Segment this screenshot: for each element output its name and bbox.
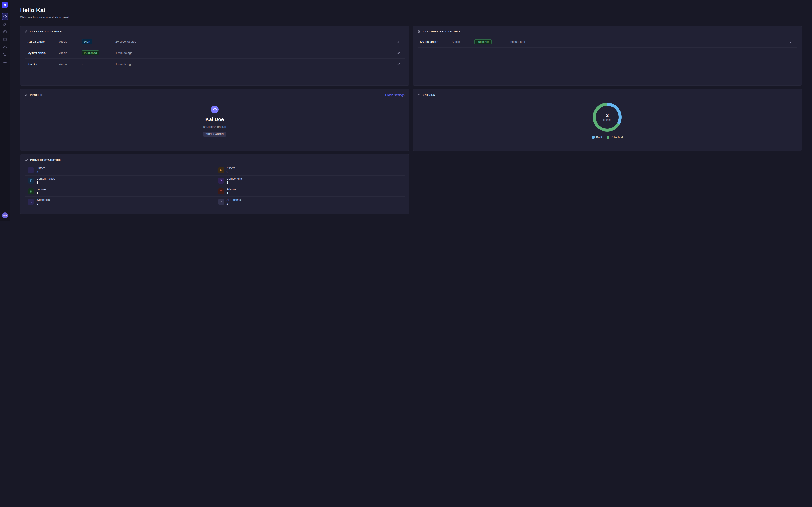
status-badge: Published [82,51,99,55]
profile-card: PROFILE Profile settings KD Kai Doe kai.… [20,89,409,151]
sidebar-item-media-library[interactable] [2,29,8,35]
sidebar-item-content-type-builder[interactable] [2,36,8,43]
hub-icon [28,199,34,205]
stat-value: 6 [37,181,55,184]
globe-icon [28,188,34,194]
stat-label: Webhooks [37,198,50,202]
home-icon [3,15,7,18]
image-icon [3,30,7,34]
legend-item-draft: Draft [592,136,602,139]
cloud-icon [3,45,7,49]
profile-body: KD Kai Doe kai.doe@strapi.io SUPER ADMIN [25,100,405,136]
puzzle-icon [218,178,224,184]
entry-name: My first article [28,51,59,55]
trending-up-icon [25,158,28,162]
sidebar-divider [2,10,8,10]
entry-name: My first article [420,40,452,44]
pencil-icon [25,30,28,33]
key-icon [218,199,224,205]
project-statistics-header: PROJECT STATISTICS [25,158,405,162]
table-row[interactable]: A draft article Article Draft 20 seconds… [25,36,405,47]
table-row[interactable]: Kai Doe Author - 1 minute ago [25,59,405,70]
strapi-logo[interactable] [2,2,8,8]
card-title: PROFILE [30,94,42,97]
entries-legend: Draft Published [592,136,623,139]
entry-time: 1 minute ago [115,62,396,66]
project-statistics-card: PROJECT STATISTICS Entries 3 [20,154,409,214]
stat-label: API Tokens [227,198,241,202]
user-avatar[interactable]: KD [2,213,8,218]
card-title: LAST EDITED ENTRIES [30,30,62,33]
stat-webhooks: Webhooks 0 [25,197,215,207]
profile-settings-link[interactable]: Profile settings [385,93,404,97]
published-swatch [607,136,609,138]
profile-avatar: KD [211,106,218,113]
entries-caption: entries [603,118,611,121]
sidebar-item-settings[interactable] [2,59,8,66]
pencil-icon [397,40,400,43]
last-published-table: My first article Article Published 1 min… [417,36,797,48]
card-title: PROJECT STATISTICS [30,159,61,161]
last-published-card: LAST PUBLISHED ENTRIES My first article … [413,26,802,86]
pencil-icon [397,63,400,66]
sidebar-item-content-manager[interactable] [2,21,8,27]
main-content: Hello Kai Welcome to your administration… [10,0,812,221]
sidebar-nav [2,13,8,66]
check-circle-icon [417,30,421,33]
legend-label: Draft [596,136,602,139]
box-icon [28,167,34,173]
dashboard-grid: LAST EDITED ENTRIES A draft article Arti… [20,26,802,214]
entry-name: Kai Doe [28,62,59,66]
entries-header: ENTRIES [417,93,797,97]
pen-tool-icon [3,22,7,26]
legend-item-published: Published [607,136,623,139]
gear-icon [3,61,7,64]
stat-label: Admins [227,188,236,191]
person-icon [25,94,28,97]
last-published-header: LAST PUBLISHED ENTRIES [417,30,797,33]
stat-label: Components [227,177,243,180]
stat-content-types: Content-Types 6 [25,175,215,186]
entry-type: Article [452,40,474,44]
stat-label: Content-Types [37,177,55,180]
status-badge: Draft [82,39,93,44]
card-title: LAST PUBLISHED ENTRIES [423,30,461,33]
last-edited-card: LAST EDITED ENTRIES A draft article Arti… [20,26,409,86]
pencil-icon [397,51,400,54]
legend-label: Published [611,136,623,139]
edit-entry-button[interactable] [396,39,402,44]
draft-swatch [592,136,595,138]
table-row[interactable]: My first article Article Published 1 min… [25,47,405,59]
profile-email: kai.doe@strapi.io [203,125,226,128]
entry-time: 1 minute ago [115,51,396,55]
layout-icon [28,178,34,184]
last-edited-header: LAST EDITED ENTRIES [25,30,405,33]
stat-api-tokens: API Tokens 2 [215,197,405,207]
stat-admins: Admins 1 [215,186,405,197]
stat-value: 0 [37,202,50,206]
entries-donut-center: 3 entries [596,106,619,129]
edit-entry-button[interactable] [788,40,795,44]
stat-value: 1 [37,191,46,195]
stat-assets: Assets 0 [215,165,405,175]
sidebar-item-home[interactable] [2,13,8,20]
sidebar-item-deploy[interactable] [2,44,8,51]
table-row[interactable]: My first article Article Published 1 min… [417,36,797,48]
status-empty: - [82,62,115,66]
entry-type: Article [59,51,82,55]
sidebar-item-marketplace[interactable] [2,51,8,58]
card-title: ENTRIES [423,94,435,96]
status-badge: Published [474,40,492,44]
stat-label: Entries [37,167,45,170]
edit-entry-button[interactable] [396,51,402,55]
stat-value: 2 [227,202,241,206]
user-icon [218,188,224,194]
role-badge: SUPER ADMIN [203,132,226,136]
entry-type: Article [59,40,82,43]
stat-value: 3 [37,170,45,174]
last-edited-table: A draft article Article Draft 20 seconds… [25,36,405,70]
edit-entry-button[interactable] [396,62,402,66]
profile-header: PROFILE Profile settings [25,93,405,97]
stat-label: Locales [37,188,46,191]
stat-entries: Entries 3 [25,165,215,175]
